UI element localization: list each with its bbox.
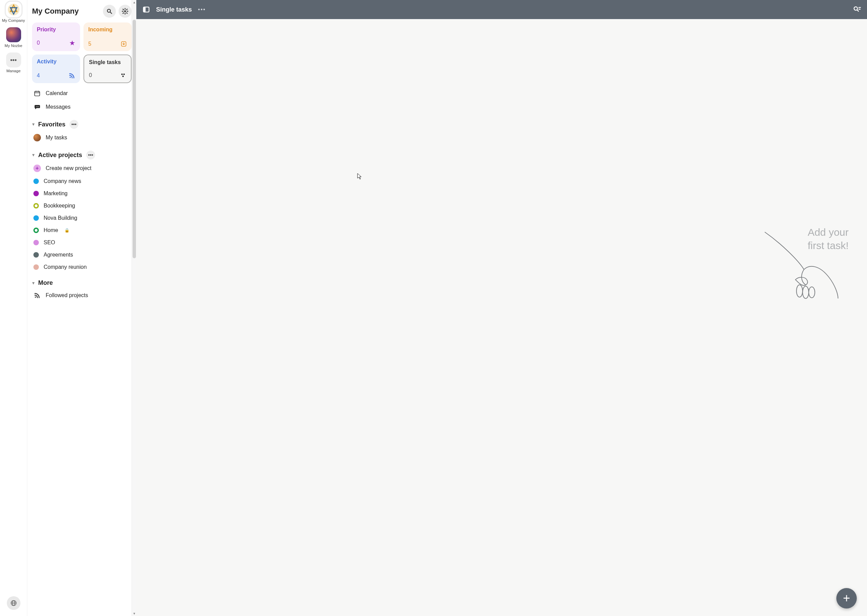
project-label: Nova Building xyxy=(44,215,77,221)
sidebar-header: My Company xyxy=(27,0,136,21)
sidebar-scrollbar[interactable]: ▲ ▼ xyxy=(132,0,136,616)
svg-point-6 xyxy=(124,10,126,12)
project-color-icon xyxy=(33,179,39,184)
topbar-filter-button[interactable] xyxy=(853,5,861,14)
rss-icon xyxy=(33,292,41,299)
svg-point-36 xyxy=(809,287,815,298)
overview-cards: Priority 0 ★ Incoming 5 Activity 4 xyxy=(31,21,133,86)
scroll-down-icon[interactable]: ▼ xyxy=(132,611,137,616)
create-project-label: Create new project xyxy=(46,165,91,171)
dots-cluster-icon xyxy=(120,72,126,79)
search-button[interactable] xyxy=(103,5,116,18)
svg-point-35 xyxy=(802,286,809,299)
project-color-icon xyxy=(33,203,39,209)
globe-button[interactable] xyxy=(7,596,20,610)
nav-followed-projects[interactable]: Followed projects xyxy=(31,289,133,302)
settings-button[interactable] xyxy=(119,5,132,18)
project-label: Marketing xyxy=(44,190,68,196)
hand-pointing-illustration xyxy=(762,230,840,302)
section-active-projects[interactable]: ▼ Active projects ••• xyxy=(31,145,133,162)
section-more[interactable]: ▼ More xyxy=(31,273,133,289)
workspace-rail: My Company My Nozbe ••• Manage xyxy=(0,0,27,616)
nav-messages[interactable]: Messages xyxy=(31,100,133,114)
caret-down-icon: ▼ xyxy=(31,281,35,286)
card-count: 0 xyxy=(89,72,92,79)
project-item[interactable]: SEO xyxy=(31,236,133,249)
workspace-my-nozbe[interactable]: My Nozbe xyxy=(5,27,22,48)
svg-line-14 xyxy=(126,9,127,10)
scroll-up-icon[interactable]: ▲ xyxy=(132,0,137,5)
topbar: Single tasks ••• xyxy=(136,0,867,19)
section-label: Favorites xyxy=(38,121,65,128)
project-item[interactable]: Agreements xyxy=(31,249,133,261)
workspace-avatar xyxy=(6,2,21,17)
workspace-manage[interactable]: ••• Manage xyxy=(6,52,21,73)
toggle-sidebar-button[interactable] xyxy=(142,6,150,13)
workspace-avatar xyxy=(6,27,21,42)
project-color-icon xyxy=(33,240,39,245)
project-item[interactable]: Company news xyxy=(31,175,133,187)
panel-icon xyxy=(142,6,150,13)
main-pane: Single tasks ••• Add your first task! + xyxy=(136,0,867,616)
card-priority[interactable]: Priority 0 ★ xyxy=(32,22,80,51)
plus-icon: + xyxy=(33,165,41,172)
avatar-icon xyxy=(33,134,41,141)
workspace-label: My Company xyxy=(2,19,25,22)
section-label: More xyxy=(38,280,53,286)
scrollbar-thumb[interactable] xyxy=(132,20,136,258)
gear-icon xyxy=(122,8,129,15)
favorite-label: My tasks xyxy=(46,135,67,141)
project-label: Company news xyxy=(44,178,81,184)
nav-calendar[interactable]: Calendar xyxy=(31,86,133,100)
svg-line-13 xyxy=(123,13,124,13)
search-icon xyxy=(106,8,112,14)
svg-rect-29 xyxy=(143,7,146,12)
workspace-label: Manage xyxy=(6,69,21,73)
section-favorites[interactable]: ▼ Favorites ••• xyxy=(31,114,133,131)
section-more-button[interactable]: ••• xyxy=(69,120,79,129)
project-label: Bookkeeping xyxy=(44,203,76,209)
project-label: Company reunion xyxy=(44,264,87,270)
card-single-tasks[interactable]: Single tasks 0 xyxy=(83,55,132,83)
project-label: Agreements xyxy=(44,252,73,258)
nav-label: Calendar xyxy=(46,90,68,96)
project-label: SEO xyxy=(44,239,55,246)
cursor-icon xyxy=(357,173,363,180)
svg-line-11 xyxy=(123,9,124,10)
svg-line-12 xyxy=(126,13,127,13)
card-title: Activity xyxy=(37,58,76,65)
project-item[interactable]: Bookkeeping xyxy=(31,200,133,212)
card-activity[interactable]: Activity 4 xyxy=(32,55,80,83)
svg-point-24 xyxy=(36,106,37,107)
topbar-title: Single tasks xyxy=(156,6,192,13)
workspace-my-company[interactable]: My Company xyxy=(2,2,25,22)
project-item[interactable]: Marketing xyxy=(31,187,133,200)
svg-point-19 xyxy=(122,75,124,77)
card-incoming[interactable]: Incoming 5 xyxy=(83,22,132,51)
plus-icon: + xyxy=(843,591,850,605)
card-title: Incoming xyxy=(88,27,127,33)
sidebar-scroll[interactable]: Priority 0 ★ Incoming 5 Activity 4 xyxy=(27,21,136,616)
favorite-my-tasks[interactable]: My tasks xyxy=(31,131,133,145)
svg-point-27 xyxy=(35,296,36,298)
svg-line-5 xyxy=(110,12,112,14)
project-item[interactable]: Nova Building xyxy=(31,212,133,224)
section-more-button[interactable]: ••• xyxy=(86,151,95,159)
project-item[interactable]: Company reunion xyxy=(31,261,133,273)
card-title: Priority xyxy=(37,27,76,33)
lock-icon: 🔒 xyxy=(65,228,69,233)
section-label: Active projects xyxy=(38,152,82,159)
project-item[interactable]: Home🔒 xyxy=(31,224,133,236)
add-task-button[interactable]: + xyxy=(836,588,857,608)
svg-point-17 xyxy=(121,74,123,75)
project-label: Home xyxy=(44,227,58,233)
star-icon: ★ xyxy=(69,39,76,47)
create-project[interactable]: + Create new project xyxy=(31,162,133,175)
project-color-icon xyxy=(33,215,39,221)
topbar-more-button[interactable]: ••• xyxy=(198,6,206,13)
svg-point-26 xyxy=(38,106,39,107)
nav-label: Messages xyxy=(46,104,71,110)
svg-point-18 xyxy=(123,74,125,75)
inbox-icon xyxy=(121,41,127,47)
ellipsis-icon: ••• xyxy=(6,52,21,68)
